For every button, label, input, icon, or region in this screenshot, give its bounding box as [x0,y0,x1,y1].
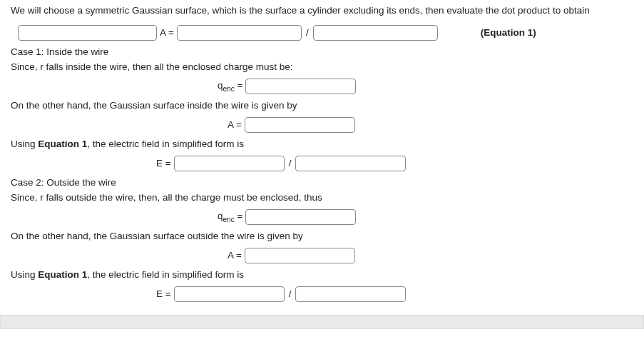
case1-area-text: On the other hand, the Gaussian surface … [11,99,633,113]
case1-qenc-input[interactable] [245,79,356,94]
qenc2-sub: enc [223,216,235,223]
case1-e-den-input[interactable] [295,156,406,171]
case2-qenc-row: qenc = [218,209,633,225]
intro-text: We will choose a symmetric Gaussian surf… [11,4,633,18]
qenc-q: q [218,80,223,91]
case1-use-text: Using Equation 1, the electric field in … [11,137,633,151]
case1-since: Since, r falls inside the wire, then all… [11,60,633,74]
case2-e-num-input[interactable] [174,286,285,302]
case2-use-text: Using Equation 1, the electric field in … [11,268,633,282]
case2-area-input[interactable] [245,248,355,263]
eq1-note: (Equation 1) [481,26,536,40]
case1-area-row: A = [225,117,633,133]
eq1-slash: / [306,26,309,40]
case2-e-row: E = / [153,286,633,302]
eq1-lhs-input[interactable] [18,25,157,41]
case2-since: Since, r falls outside the wire, then, a… [11,191,633,205]
footer-bar [0,315,644,329]
qenc-eq: = [235,80,243,91]
case1-title: Case 1: Inside the wire [11,45,633,59]
case1-e-row: E = / [153,156,633,171]
case2-e-slash: / [289,287,292,301]
case1-e-label: E = [156,156,171,171]
case1-area-input[interactable] [245,117,355,133]
case1-qenc-label: qenc = [218,79,242,94]
case1-qenc-row: qenc = [218,79,633,94]
eq1-den-input[interactable] [313,25,438,41]
case2-e-den-input[interactable] [295,286,406,302]
case2-area-text: On the other hand, the Gaussian surface … [11,229,633,243]
case1-use-pre: Using [11,139,38,149]
case1-use-post: , the electric field in simplified form … [87,139,244,149]
qenc-sub: enc [223,85,235,93]
case1-area-label: A = [228,118,242,132]
eq1-num-input[interactable] [177,25,302,41]
case1-e-slash: / [289,156,292,171]
case2-area-label: A = [228,248,242,263]
case1-use-bold: Equation 1 [38,139,87,149]
case2-use-post: , the electric field in simplified form … [87,269,244,280]
case2-area-row: A = [225,248,633,263]
qenc2-q: q [218,211,223,221]
case2-use-bold: Equation 1 [38,269,87,280]
case2-use-pre: Using [11,269,38,280]
case2-title: Case 2: Outside the wire [11,176,633,190]
eq1-a-label: A = [160,26,174,40]
case1-e-num-input[interactable] [174,156,285,171]
qenc2-eq: = [235,211,243,221]
case2-e-label: E = [156,287,171,301]
case2-qenc-label: qenc = [218,209,242,225]
case2-qenc-input[interactable] [245,209,356,225]
equation-1-row: A = / (Equation 1) [18,25,633,41]
